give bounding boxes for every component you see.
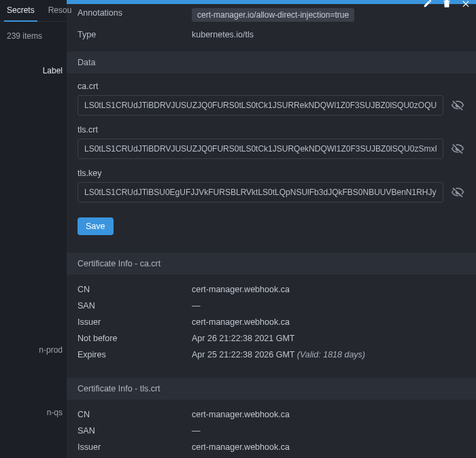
- section-header-data: Data: [67, 52, 476, 73]
- ca-crt-input[interactable]: [78, 95, 443, 116]
- field-label: tls.crt: [78, 125, 465, 135]
- visibility-off-icon[interactable]: [450, 98, 465, 113]
- list-item[interactable]: n-prod: [39, 345, 63, 355]
- visibility-off-icon[interactable]: [450, 185, 465, 200]
- panel-header-bar: [67, 0, 476, 4]
- visibility-off-icon[interactable]: [450, 141, 465, 156]
- cert-label-not-before: Not before: [78, 334, 192, 343]
- cert-label-expires: Expires: [78, 350, 192, 359]
- delete-icon[interactable]: [442, 0, 452, 8]
- section-header-cert-ca: Certificate Info - ca.crt: [67, 253, 476, 275]
- row-label: Type: [78, 30, 192, 39]
- cert-value: cert-manager.webhook.ca: [192, 317, 290, 327]
- save-button[interactable]: Save: [78, 217, 114, 235]
- edit-icon[interactable]: [423, 0, 432, 8]
- cert-value: cert-manager.webhook.ca: [192, 442, 290, 452]
- field-tls-key: tls.key: [78, 169, 465, 202]
- cert-label-cn: CN: [78, 410, 192, 419]
- close-icon[interactable]: [461, 0, 471, 8]
- cert-label-issuer: Issuer: [78, 317, 192, 327]
- field-ca-crt: ca.crt: [78, 82, 465, 116]
- cert-label-san: SAN: [78, 301, 192, 311]
- details-panel: Annotations cert-manager.io/allow-direct…: [67, 0, 476, 458]
- sidebar-tabs: Secrets Resou: [0, 0, 67, 22]
- cert-label-cn: CN: [78, 285, 192, 294]
- row-annotations: Annotations cert-manager.io/allow-direct…: [67, 4, 476, 26]
- cert-value: cert-manager.webhook.ca: [192, 285, 290, 294]
- cert-label-san: SAN: [78, 426, 192, 436]
- cert-value: —: [192, 301, 201, 311]
- section-header-cert-tls: Certificate Info - tls.crt: [67, 378, 476, 400]
- cert-label-issuer: Issuer: [78, 442, 192, 452]
- tab-secrets[interactable]: Secrets: [0, 0, 41, 21]
- sidebar: Secrets Resou 239 items Label n-prod n-q…: [0, 0, 67, 458]
- cert-value: Apr 25 21:22:38 2026 GMT (Valid: 1818 da…: [192, 350, 365, 359]
- list-item[interactable]: n-qs: [47, 408, 63, 417]
- annotation-tag[interactable]: cert-manager.io/allow-direct-injection=t…: [192, 8, 354, 22]
- cert-value: —: [192, 426, 201, 436]
- tls-key-input[interactable]: [78, 182, 443, 202]
- column-header-label: Label: [39, 63, 67, 78]
- row-value: kubernetes.io/tls: [192, 30, 465, 39]
- field-tls-crt: tls.crt: [78, 125, 465, 159]
- cert-value: Apr 26 21:22:38 2021 GMT: [192, 334, 294, 343]
- tls-crt-input[interactable]: [78, 139, 443, 159]
- field-label: ca.crt: [78, 82, 465, 91]
- row-type: Type kubernetes.io/tls: [67, 26, 476, 43]
- row-label: Annotations: [78, 8, 192, 22]
- item-count: 239 items: [0, 22, 67, 50]
- field-label: tls.key: [78, 169, 465, 178]
- cert-value: cert-manager.webhook.ca: [192, 410, 290, 419]
